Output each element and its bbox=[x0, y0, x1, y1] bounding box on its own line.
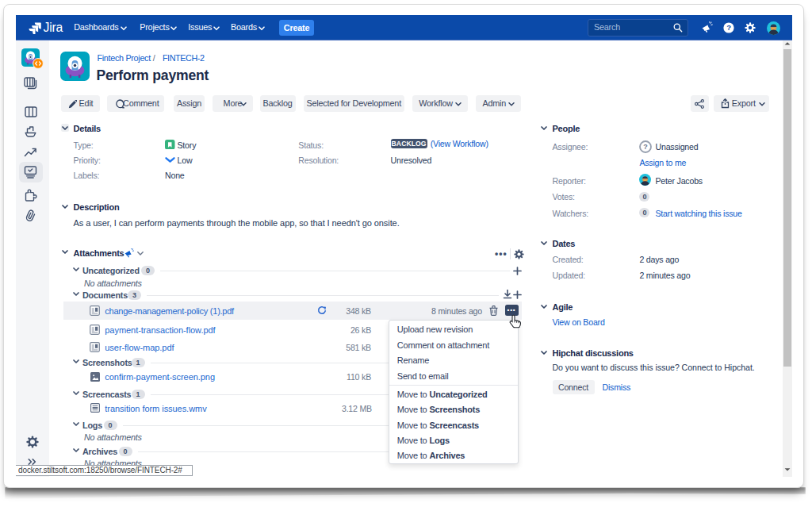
svg-text:?: ? bbox=[726, 23, 731, 32]
svg-text:?: ? bbox=[644, 143, 648, 151]
